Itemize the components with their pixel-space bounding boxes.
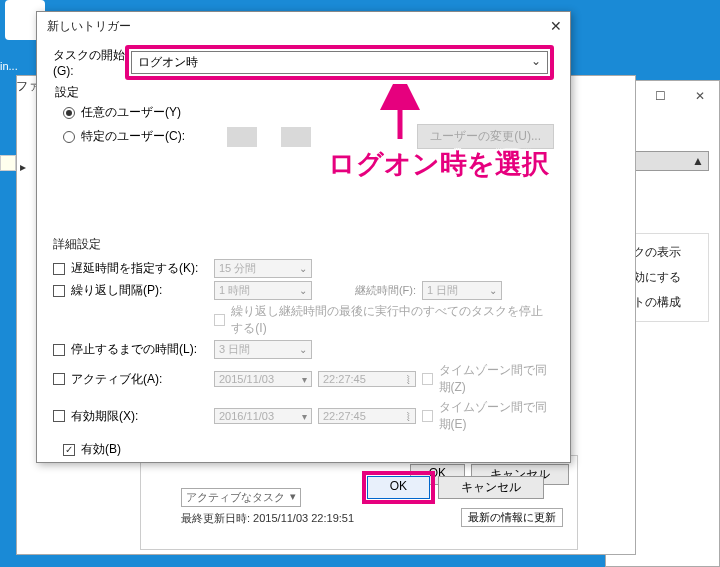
chevron-down-icon: ⌄ — [299, 263, 307, 274]
repeat-value: 1 時間 — [219, 283, 250, 298]
activate-checkbox[interactable] — [53, 373, 65, 385]
bg-marker: ▸ — [20, 160, 26, 174]
expire-time-input[interactable]: 22:27:45 ⦚ — [318, 408, 416, 424]
duration-label: 継続時間(F): — [318, 283, 416, 298]
chevron-down-icon: ⌄ — [299, 344, 307, 355]
delay-dropdown[interactable]: 15 分間 ⌄ — [214, 259, 312, 278]
radio-specific-user[interactable] — [63, 131, 75, 143]
activate-time-input[interactable]: 22:27:45 ⦚ — [318, 371, 416, 387]
spinner-icon: ⦚ — [406, 374, 411, 385]
task-begin-dropdown[interactable]: ログオン時 ⌄ — [131, 51, 548, 74]
radio-any-user[interactable] — [63, 107, 75, 119]
repeat-checkbox[interactable] — [53, 285, 65, 297]
stop-after-value: 3 日間 — [219, 342, 250, 357]
tz-sync-z-checkbox — [422, 373, 433, 385]
radio-any-user-label: 任意のユーザー(Y) — [81, 104, 181, 121]
stop-all-checkbox — [214, 314, 225, 326]
expire-date-value: 2016/11/03 — [219, 410, 274, 422]
annotation-arrow-icon — [380, 84, 420, 144]
duration-value: 1 日間 — [427, 283, 458, 298]
stop-after-checkbox[interactable] — [53, 344, 65, 356]
spinner-icon: ⦚ — [406, 411, 411, 422]
redacted-box — [227, 127, 257, 147]
chevron-down-icon: ▾ — [302, 411, 307, 422]
repeat-label: 繰り返し間隔(P): — [71, 282, 162, 299]
new-trigger-dialog: 新しいトリガー ✕ タスクの開始(G): ログオン時 ⌄ 設定 任意のユーザー(… — [36, 11, 571, 463]
bg-refresh-button[interactable]: 最新の情報に更新 — [461, 508, 563, 527]
maximize-icon[interactable]: ☐ — [640, 82, 680, 110]
dialog-title: 新しいトリガー — [47, 18, 131, 35]
left-toolbar — [0, 155, 18, 171]
duration-dropdown[interactable]: 1 日間 ⌄ — [422, 281, 502, 300]
activate-time-value: 22:27:45 — [323, 373, 366, 385]
enabled-label: 有効(B) — [81, 441, 121, 458]
advanced-section-label: 詳細設定 — [53, 236, 554, 253]
chevron-up-icon: ▲ — [692, 154, 704, 168]
tz-sync-z-label: タイムゾーン間で同期(Z) — [439, 362, 554, 396]
close-icon[interactable]: ✕ — [680, 82, 720, 110]
settings-section-label: 設定 — [55, 84, 554, 101]
expire-label: 有効期限(X): — [71, 408, 138, 425]
radio-specific-user-label: 特定のユーザー(C): — [81, 128, 185, 145]
delay-value: 15 分間 — [219, 261, 256, 276]
delay-label: 遅延時間を指定する(K): — [71, 260, 198, 277]
activate-date-input[interactable]: 2015/11/03 ▾ — [214, 371, 312, 387]
chevron-down-icon: ⌄ — [489, 285, 497, 296]
desktop-icon-label: in... — [0, 60, 18, 72]
tz-sync-e-label: タイムゾーン間で同期(E) — [439, 399, 555, 433]
bg-last-update: 最終更新日時: 2015/11/03 22:19:51 — [181, 511, 354, 526]
close-icon[interactable]: ✕ — [550, 18, 562, 34]
enabled-checkbox[interactable] — [63, 444, 75, 456]
delay-checkbox[interactable] — [53, 263, 65, 275]
redacted-box — [281, 127, 311, 147]
task-begin-value: ログオン時 — [138, 54, 198, 71]
chevron-down-icon: ⌄ — [299, 285, 307, 296]
activate-date-value: 2015/11/03 — [219, 373, 274, 385]
annotation-callout: ログオン時を選択 — [328, 146, 549, 182]
activate-label: アクティブ化(A): — [71, 371, 162, 388]
cancel-button[interactable]: キャンセル — [438, 476, 544, 499]
repeat-dropdown[interactable]: 1 時間 ⌄ — [214, 281, 312, 300]
stop-all-label: 繰り返し継続時間の最後に実行中のすべてのタスクを停止する(I) — [231, 303, 554, 337]
expire-date-input[interactable]: 2016/11/03 ▾ — [214, 408, 312, 424]
expire-time-value: 22:27:45 — [323, 410, 366, 422]
tz-sync-e-checkbox — [422, 410, 433, 422]
chevron-down-icon: ▾ — [302, 374, 307, 385]
expire-checkbox[interactable] — [53, 410, 65, 422]
toolbar-icon[interactable] — [0, 155, 16, 171]
stop-after-label: 停止するまでの時間(L): — [71, 341, 197, 358]
stop-after-dropdown[interactable]: 3 日間 ⌄ — [214, 340, 312, 359]
ok-button[interactable]: OK — [367, 476, 430, 499]
chevron-down-icon: ⌄ — [531, 54, 541, 71]
task-begin-label: タスクの開始(G): — [53, 47, 125, 78]
